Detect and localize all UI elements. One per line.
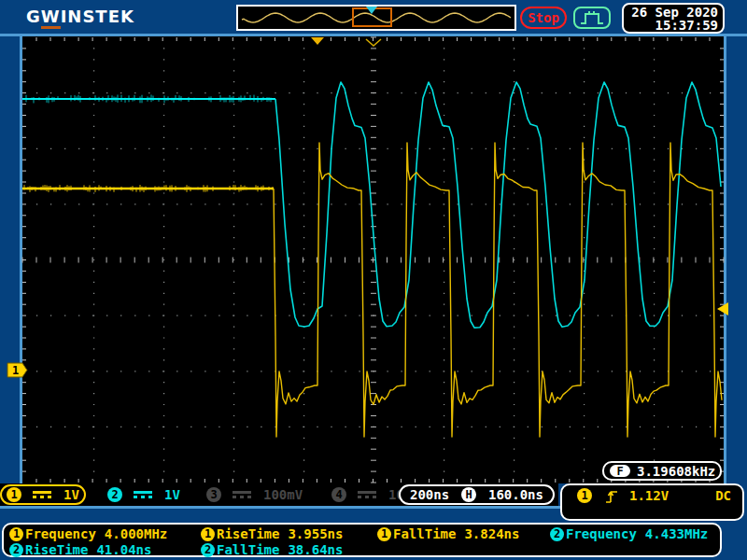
timebase-status[interactable]: 200ns H 160.0ns <box>399 484 555 505</box>
pulse-icon <box>578 8 606 27</box>
measurements-panel: 1Frequency4.000MHz 1RiseTime3.955ns 1Fal… <box>2 523 722 557</box>
channel-1-icon: 1 <box>201 527 215 541</box>
trigger-frequency-badge: F 3.19608kHz <box>602 461 722 481</box>
channel-4-icon: 4 <box>331 487 346 502</box>
measurement-ch1-falltime: 1FallTime3.824ns <box>377 526 519 541</box>
channel-1-icon: 1 <box>377 527 391 541</box>
channel-2-status[interactable]: 2 1V <box>101 484 187 505</box>
svg-text:1: 1 <box>12 364 19 377</box>
acquisition-preview <box>236 5 516 31</box>
trigger-frequency-value: 3.19608kHz <box>637 464 715 479</box>
channel-3-icon: 3 <box>206 487 221 502</box>
datetime-display: 26 Sep 2020 15:37:59 <box>622 3 725 34</box>
trigger-position-icon <box>366 7 377 14</box>
timebase-position: 160.0ns <box>488 487 543 502</box>
brand-logo: GWINSTEK <box>26 7 134 26</box>
channel-1-icon: 1 <box>9 527 23 541</box>
measurement-ch1-frequency: 1Frequency4.000MHz <box>9 526 167 541</box>
time-text: 15:37:59 <box>628 19 718 32</box>
channel-2-icon: 2 <box>201 543 215 557</box>
trigger-status[interactable]: 1 1.12V DC <box>560 483 744 521</box>
channel-2-scale: 1V <box>164 487 180 502</box>
channel-2-icon: 2 <box>107 487 122 502</box>
channel-3-scale: 100mV <box>263 487 303 502</box>
channel-1-status[interactable]: 1 1V <box>0 484 86 505</box>
stop-label: Stop <box>528 10 559 25</box>
measurement-ch2-falltime: 2FallTime38.64ns <box>201 542 343 557</box>
measurement-ch2-frequency: 2Frequency4.433MHz <box>550 526 708 541</box>
measurement-ch1-risetime: 1RiseTime3.955ns <box>201 526 343 541</box>
dc-coupling-icon <box>233 491 251 498</box>
measurement-ch2-risetime: 2RiseTime41.04ns <box>9 542 151 557</box>
trigger-type-button[interactable] <box>573 7 611 29</box>
channel-2-icon: 2 <box>550 527 564 541</box>
horizontal-icon: H <box>461 487 476 502</box>
dc-coupling-icon <box>33 491 51 498</box>
trigger-coupling: DC <box>715 488 731 503</box>
channel-3-status[interactable]: 3 100mV <box>200 484 309 505</box>
dc-coupling-icon <box>134 491 152 498</box>
channel-2-icon: 2 <box>9 543 23 557</box>
rising-edge-icon <box>605 488 618 504</box>
timebase-scale: 200ns <box>410 487 449 502</box>
date-text: 26 Sep 2020 <box>628 6 718 19</box>
trigger-level: 1.12V <box>629 488 669 503</box>
trigger-source-icon: 1 <box>577 488 592 503</box>
channel-1-scale: 1V <box>63 487 79 502</box>
channel-1-icon: 1 <box>7 487 21 502</box>
dc-coupling-icon <box>358 491 376 498</box>
frequency-icon: F <box>610 465 630 477</box>
run-stop-button[interactable]: Stop <box>520 7 567 29</box>
